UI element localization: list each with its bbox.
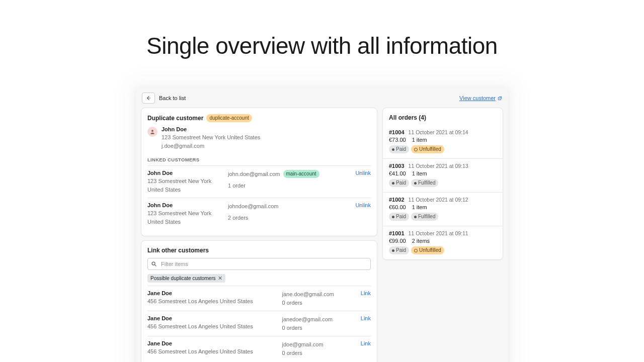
svg-point-1 <box>152 262 155 265</box>
fulfilled-badge: Fulfilled <box>411 213 438 221</box>
order-amount: €41.00 <box>389 170 406 176</box>
view-customer-label: View customer <box>459 95 496 101</box>
filter-chip: Possible duplicate customers ✕ <box>147 274 225 283</box>
linked-address: 123 Somestreet New York United States <box>147 209 223 226</box>
order-items: 1 item <box>412 170 427 176</box>
filter-input[interactable] <box>147 258 371 270</box>
paid-badge: Paid <box>389 179 409 187</box>
order-items: 1 item <box>412 204 427 210</box>
all-orders-card: All orders (4) #100411 October 2021 at 0… <box>382 108 503 260</box>
order-item[interactable]: #100311 October 2021 at 09:13€41.001 ite… <box>383 158 503 192</box>
person-icon <box>149 129 155 135</box>
view-customer-link[interactable]: View customer <box>459 95 502 101</box>
candidate-address: 456 Somestreet Los Angeles United States <box>147 347 277 356</box>
orders-card-title: All orders (4) <box>383 108 503 125</box>
unlink-button[interactable]: Unlink <box>355 202 371 208</box>
linked-name: John Doe <box>147 170 223 176</box>
chip-remove-icon[interactable]: ✕ <box>218 276 222 281</box>
paid-badge: Paid <box>389 145 409 153</box>
link-button[interactable]: Link <box>361 340 371 346</box>
primary-customer: John Doe 123 Somestreet New York United … <box>147 126 371 150</box>
order-item[interactable]: #100211 October 2021 at 09:12€60.001 ite… <box>383 192 503 226</box>
linked-customers-list: John Doe123 Somestreet New York United S… <box>147 165 371 230</box>
order-items: 1 item <box>412 137 427 143</box>
order-id: #1001 <box>389 230 405 236</box>
filter-chip-label: Possible duplicate customers <box>150 276 216 281</box>
customer-address: 123 Somestreet New York United States <box>162 133 260 142</box>
hero-title: Single overview with all information <box>0 32 644 59</box>
candidate-orders: 0 orders <box>282 324 356 332</box>
arrow-left-icon <box>145 95 151 101</box>
order-date: 11 October 2021 at 09:13 <box>409 163 468 169</box>
linked-customers-label: LINKED CUSTOMERS <box>147 157 371 162</box>
candidate-row: Jane Doe456 Somestreet Los Angeles Unite… <box>147 336 371 361</box>
candidate-list: Jane Doe456 Somestreet Los Angeles Unite… <box>147 286 371 361</box>
fulfilled-badge: Fulfilled <box>411 179 438 187</box>
candidate-email: jdoe@gmail.com <box>282 340 356 349</box>
order-id: #1003 <box>389 163 405 169</box>
order-amount: €73.00 <box>389 137 406 143</box>
order-item[interactable]: #100411 October 2021 at 09:14€73.001 ite… <box>383 125 503 158</box>
back-label: Back to list <box>159 95 186 101</box>
customer-name: John Doe <box>162 126 260 132</box>
candidate-address: 456 Somestreet Los Angeles United States <box>147 297 277 306</box>
order-date: 11 October 2021 at 09:12 <box>409 197 468 203</box>
paid-badge: Paid <box>389 246 409 254</box>
link-other-customers-card: Link other customers Possible duplicate … <box>141 240 377 362</box>
order-id: #1004 <box>389 129 405 135</box>
linked-email: john.doe@gmail.com <box>228 170 280 178</box>
candidate-email: janedoe@gmail.com <box>282 315 356 324</box>
external-link-icon <box>498 96 502 101</box>
duplicate-card-title: Duplicate customer <box>147 115 203 122</box>
orders-list: #100411 October 2021 at 09:14€73.001 ite… <box>383 125 503 259</box>
unlink-button[interactable]: Unlink <box>355 170 371 176</box>
linked-orders: 1 order <box>228 182 350 190</box>
candidate-email: jane.doe@gmail.com <box>282 290 356 299</box>
order-amount: €60.00 <box>389 204 406 210</box>
unfulfilled-badge: Unfulfilled <box>411 246 444 254</box>
candidate-address: 456 Somestreet Los Angeles United States <box>147 322 277 331</box>
linked-address: 123 Somestreet New York United States <box>147 177 223 194</box>
unfulfilled-badge: Unfulfilled <box>411 145 444 153</box>
back-button[interactable] <box>142 93 155 104</box>
link-button[interactable]: Link <box>361 315 371 321</box>
candidate-row: Jane Doe456 Somestreet Los Angeles Unite… <box>147 286 371 311</box>
candidate-orders: 0 orders <box>282 349 356 357</box>
order-date: 11 October 2021 at 09:11 <box>409 230 468 236</box>
duplicate-account-badge: duplicate-account <box>206 114 252 122</box>
customer-email: j.doe@gmail.com <box>162 142 260 150</box>
candidate-row: Jane Doe456 Somestreet Los Angeles Unite… <box>147 311 371 336</box>
paid-badge: Paid <box>389 213 409 221</box>
linked-orders: 2 orders <box>228 214 350 222</box>
order-item[interactable]: #100111 October 2021 at 09:11€99.002 ite… <box>383 226 503 259</box>
search-icon <box>151 261 157 267</box>
svg-point-0 <box>151 130 153 132</box>
order-id: #1002 <box>389 197 405 203</box>
linked-customer-row: John Doe123 Somestreet New York United S… <box>147 165 371 198</box>
link-button[interactable]: Link <box>361 290 371 296</box>
candidate-name: Jane Doe <box>147 315 277 321</box>
candidate-name: Jane Doe <box>147 290 277 296</box>
candidate-name: Jane Doe <box>147 340 277 346</box>
avatar <box>147 127 157 137</box>
link-card-title: Link other customers <box>147 247 371 254</box>
linked-customer-row: John Doe123 Somestreet New York United S… <box>147 198 371 230</box>
duplicate-customer-card: Duplicate customer duplicate-account Joh… <box>141 108 377 236</box>
linked-name: John Doe <box>147 202 223 208</box>
linked-email: johndoe@gmail.com <box>228 202 278 211</box>
topbar: Back to list View customer <box>141 93 503 108</box>
order-items: 2 items <box>412 238 430 244</box>
candidate-orders: 0 orders <box>282 299 356 307</box>
main-account-badge: main-account <box>283 170 319 178</box>
app-frame: Back to list View customer Duplicate cus… <box>136 87 508 362</box>
order-date: 11 October 2021 at 09:14 <box>409 129 468 135</box>
order-amount: €99.00 <box>389 238 406 244</box>
